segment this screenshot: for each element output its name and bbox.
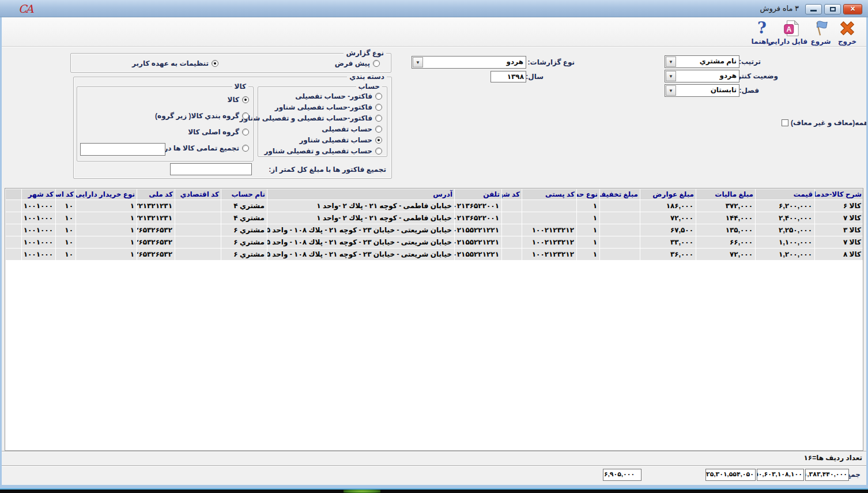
table-cell[interactable]: ۱ [76, 212, 137, 224]
column-header[interactable]: مبلغ تخفیف [600, 189, 640, 200]
table-cell[interactable]: خیابان فاطمی - کوچه ۲۱ - پلاك ۲ -واحد ۱ [267, 212, 455, 224]
table-cell[interactable]: مشتري ۶ [221, 224, 267, 236]
start-button[interactable]: شروع [808, 19, 833, 46]
table-cell[interactable]: ۱ [76, 224, 137, 236]
table-cell[interactable]: ۱۴۴,۰۰۰ [696, 212, 756, 224]
table-cell[interactable] [522, 200, 577, 212]
chevron-down-icon[interactable]: ▼ [666, 57, 676, 67]
table-cell[interactable]: ۱۰۰۱۰۰۰ [22, 200, 56, 212]
radio-goods-2[interactable]: گروه اصلی کالا [188, 128, 249, 136]
table-cell[interactable]: خیابان فاطمی - کوچه ۲۱ - پلاك ۲ -واحد ۱ [267, 200, 455, 212]
table-cell[interactable]: مشتري ۴ [221, 212, 267, 224]
radio-goods-3[interactable]: تجمیع تمامی کالا ها در: [161, 144, 249, 152]
column-header[interactable] [6, 189, 22, 200]
table-cell[interactable] [175, 224, 221, 236]
table-row[interactable]: کالا ۷۲,۴۰۰,۰۰۰۱۴۴,۰۰۰۷۲,۰۰۰۱۰۲۱۳۶۵۲۲۰۰۱… [6, 212, 864, 224]
table-cell[interactable]: ۱۰۰۲۱۲۳۲۱۲ [522, 236, 577, 249]
table-cell[interactable]: ۱۸۶,۰۰۰ [640, 200, 696, 212]
table-row[interactable]: کالا ۳۲,۲۵۰,۰۰۰۱۳۵,۰۰۰۶۷,۵۰۰۱۱۰۰۲۱۲۳۲۱۲۰… [6, 224, 864, 236]
radio-account-1[interactable]: فاکتور-حساب تفصیلی شناور [275, 103, 382, 111]
table-cell[interactable]: ۱۰۰۲۱۲۳۲۱۲ [522, 249, 577, 261]
table-cell[interactable]: ۲,۲۵۰,۰۰۰ [756, 224, 815, 236]
table-cell[interactable]: کالا ۷ [815, 212, 864, 224]
table-cell[interactable] [600, 200, 640, 212]
table-row[interactable]: کالا ۷۱,۱۰۰,۰۰۰۶۶,۰۰۰۳۳,۰۰۰۱۱۰۰۲۱۲۳۲۱۲۰۲… [6, 236, 864, 249]
column-header[interactable]: کد شهر [22, 189, 56, 200]
table-cell[interactable] [502, 236, 522, 249]
table-cell[interactable] [175, 236, 221, 249]
table-cell[interactable]: ۱۳۵,۰۰۰ [696, 224, 756, 236]
table-cell[interactable]: ۰۲۱۵۵۲۲۱۲۲۱ [455, 249, 502, 261]
column-header[interactable]: نوع خریدار دارایی [76, 189, 137, 200]
table-cell[interactable] [6, 200, 22, 212]
table-cell[interactable]: ۰۲۱۵۵۲۲۱۲۲۱ [455, 236, 502, 249]
season-combo[interactable]: تابستان ▼ [665, 84, 739, 97]
radio-goods-1[interactable]: گروه بندي کالا( زیر گروه) [155, 112, 249, 120]
chevron-down-icon[interactable]: ▼ [413, 57, 423, 67]
radio-report-default[interactable]: پیش فرض [335, 59, 380, 67]
table-cell[interactable]: ۱۰۰۱۰۰۰ [22, 236, 56, 249]
column-header[interactable]: کد پستی [522, 189, 577, 200]
column-header[interactable]: نوع حساب [577, 189, 600, 200]
sort-combo[interactable]: نام مشتري ▼ [665, 55, 739, 68]
table-cell[interactable]: ۷۲,۰۰۰ [696, 249, 756, 261]
report-types-combo[interactable]: هردو ▼ [412, 56, 526, 69]
table-cell[interactable]: ۱۳۲۱۳۲۱۲۳۱ [137, 212, 175, 224]
chevron-down-icon[interactable]: ▼ [666, 85, 676, 96]
table-cell[interactable]: ۳۶,۰۰۰ [640, 249, 696, 261]
table-cell[interactable] [522, 212, 577, 224]
column-header[interactable]: کد شهر [502, 189, 522, 200]
table-row[interactable]: کالا ۶۶,۲۰۰,۰۰۰۳۷۲,۰۰۰۱۸۶,۰۰۰۱۰۲۱۳۶۵۲۲۰۰… [6, 200, 864, 212]
radio-account-4[interactable]: حساب تفصیلی شناور [299, 136, 382, 144]
table-cell[interactable] [600, 224, 640, 236]
all-exempt-checkbox[interactable] [782, 119, 788, 126]
table-cell[interactable]: ۳۲۶۵۳۲۶۵۳۲ [137, 249, 175, 261]
radio-account-2[interactable]: فاکتور-حساب تفصیلی و تفصیلی شناور [240, 114, 382, 122]
asset-file-button[interactable]: A فایل دارایی [775, 19, 807, 46]
table-cell[interactable]: ۱۰ [56, 224, 76, 236]
table-cell[interactable]: ۳۷۲,۰۰۰ [696, 200, 756, 212]
invoice-agg-input[interactable] [170, 163, 252, 175]
column-header[interactable]: کد اقتصادي [175, 189, 221, 200]
collect-goods-input[interactable] [80, 143, 165, 156]
table-cell[interactable]: مشتري ۴ [221, 200, 267, 212]
table-cell[interactable]: ۱۰ [56, 236, 76, 249]
table-cell[interactable]: ۱ [76, 249, 137, 261]
table-cell[interactable]: ۱۰۰۲۱۲۳۲۱۲ [522, 224, 577, 236]
table-cell[interactable]: ۱۳۲۱۳۲۱۲۳۱ [137, 200, 175, 212]
table-cell[interactable]: ۳۳,۰۰۰ [640, 236, 696, 249]
table-cell[interactable]: ۱ [76, 236, 137, 249]
column-header[interactable]: قیمت [756, 189, 815, 200]
year-input[interactable] [490, 71, 526, 82]
column-header[interactable]: تلفن [455, 189, 502, 200]
radio-report-custom[interactable]: تنظیمات به عهده کاربر [132, 59, 218, 67]
table-cell[interactable]: خیابان شریعتی - خیابان ۲۳ - کوچه ۲۱ - پل… [267, 224, 455, 236]
table-cell[interactable]: ۶۷,۵۰۰ [640, 224, 696, 236]
table-cell[interactable] [600, 249, 640, 261]
table-cell[interactable]: ۰۲۱۳۶۵۲۲۰۰۱ [455, 212, 502, 224]
chevron-down-icon[interactable]: ▼ [666, 71, 676, 81]
table-cell[interactable]: ۱۰ [56, 200, 76, 212]
table-cell[interactable]: ۱ [577, 249, 600, 261]
table-cell[interactable]: خیابان شریعتی - خیابان ۲۳ - کوچه ۲۱ - پل… [267, 249, 455, 261]
maximize-button[interactable] [824, 4, 841, 14]
minimize-button[interactable] [805, 4, 822, 14]
table-cell[interactable]: ۱,۱۰۰,۰۰۰ [756, 236, 815, 249]
table-cell[interactable]: ۰۲۱۵۵۲۲۱۲۲۱ [455, 224, 502, 236]
table-cell[interactable]: ۱۰۰۱۰۰۰ [22, 224, 56, 236]
table-cell[interactable] [502, 212, 522, 224]
table-cell[interactable]: ۶۶,۰۰۰ [696, 236, 756, 249]
table-cell[interactable] [600, 236, 640, 249]
table-cell[interactable] [502, 200, 522, 212]
radio-goods-0[interactable]: کالا [228, 96, 249, 104]
help-button[interactable]: ? راهنما [749, 19, 775, 46]
column-header[interactable]: مبلغ عوارض [640, 189, 696, 200]
table-cell[interactable] [175, 212, 221, 224]
table-cell[interactable] [6, 236, 22, 249]
column-header[interactable]: آدرس [267, 189, 455, 200]
table-cell[interactable]: ۱ [577, 224, 600, 236]
table-cell[interactable] [6, 212, 22, 224]
table-cell[interactable]: ۱,۲۰۰,۰۰۰ [756, 249, 815, 261]
close-button[interactable]: × [843, 4, 862, 14]
column-header[interactable]: کد استان [56, 189, 76, 200]
